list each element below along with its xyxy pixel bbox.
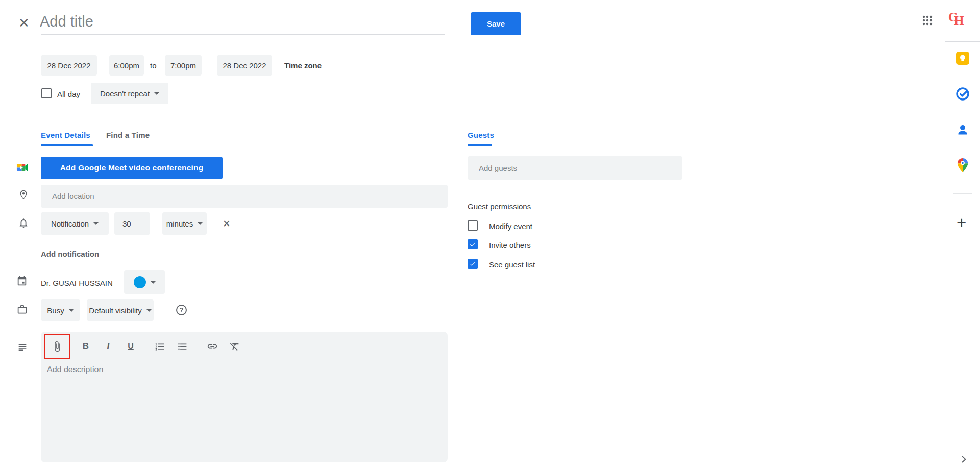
notification-unit-value: minutes — [166, 219, 193, 228]
bold-icon: B — [83, 341, 89, 352]
add-guests-input[interactable] — [468, 156, 682, 180]
location-pin-icon — [18, 189, 29, 203]
permission-label: See guest list — [489, 260, 535, 269]
chevron-down-icon — [69, 309, 74, 312]
account-logo[interactable]: CH — [948, 10, 973, 32]
busy-status-dropdown[interactable]: Busy — [41, 299, 80, 321]
timezone-button[interactable]: Time zone — [284, 61, 322, 70]
tab-guests[interactable]: Guests — [468, 131, 494, 139]
side-panel-divider — [945, 41, 945, 475]
maps-button[interactable] — [954, 157, 971, 173]
remove-notification-button[interactable]: ✕ — [219, 216, 234, 231]
start-time-chip[interactable]: 6:00pm — [109, 55, 144, 76]
permission-checkbox-see-guest-list[interactable] — [468, 259, 478, 269]
calendar-owner-name: Dr. GUSAI HUSSAIN — [41, 279, 113, 287]
end-date-chip[interactable]: 28 Dec 2022 — [217, 55, 272, 76]
add-google-meet-button[interactable]: Add Google Meet video conferencing — [41, 157, 223, 179]
remove-icon: ✕ — [223, 218, 231, 229]
apps-grid-icon — [921, 14, 934, 27]
guests-divider — [468, 146, 682, 146]
keep-button[interactable] — [954, 50, 971, 66]
chevron-down-icon — [154, 92, 159, 95]
busy-briefcase-icon — [17, 304, 28, 317]
title-underline — [41, 34, 445, 35]
location-input[interactable] — [41, 185, 448, 208]
underline-button[interactable]: U — [125, 340, 137, 353]
logo-letter-h: H — [954, 14, 964, 28]
title-input[interactable] — [40, 9, 433, 34]
end-time-value: 7:00pm — [170, 61, 196, 70]
bulleted-list-icon — [177, 341, 188, 352]
keep-icon — [955, 51, 970, 65]
tab-event-details[interactable]: Event Details — [41, 131, 90, 139]
get-add-ons-button[interactable]: + — [957, 214, 966, 231]
notification-unit-dropdown[interactable]: minutes — [162, 212, 207, 235]
description-placeholder: Add description — [47, 365, 103, 374]
clear-formatting-button[interactable] — [228, 340, 242, 353]
bold-button[interactable]: B — [80, 340, 92, 353]
notification-type-dropdown[interactable]: Notification — [41, 212, 109, 235]
chevron-right-icon — [959, 454, 969, 464]
all-day-label: All day — [57, 90, 80, 98]
attachment-button-highlighted[interactable] — [44, 334, 70, 359]
end-time-chip[interactable]: 7:00pm — [165, 55, 202, 76]
insert-link-button[interactable] — [205, 340, 219, 353]
attachment-icon — [52, 341, 63, 352]
google-meet-icon — [16, 162, 28, 176]
end-date-value: 28 Dec 2022 — [223, 61, 266, 70]
contacts-button[interactable] — [954, 121, 971, 138]
all-day-checkbox[interactable] — [41, 88, 52, 98]
description-box[interactable]: B I U Add descrip — [41, 332, 448, 462]
guests-field-container — [468, 156, 682, 180]
recurrence-dropdown[interactable]: Doesn't repeat — [91, 83, 168, 104]
permission-label: Invite others — [489, 241, 531, 249]
event-color-swatch — [134, 276, 146, 288]
description-icon — [17, 342, 28, 355]
permission-checkbox-modify-event[interactable] — [468, 220, 478, 231]
tasks-button[interactable] — [954, 86, 971, 102]
add-notification-link[interactable]: Add notification — [41, 249, 99, 258]
visibility-value: Default visibility — [89, 306, 141, 315]
to-label: to — [150, 61, 157, 70]
help-icon[interactable]: ? — [176, 305, 187, 315]
chevron-down-icon — [198, 222, 203, 225]
tab-find-a-time[interactable]: Find a Time — [106, 131, 150, 139]
event-color-dropdown[interactable] — [124, 270, 165, 294]
start-date-chip[interactable]: 28 Dec 2022 — [41, 55, 97, 76]
collapse-side-panel-button[interactable] — [955, 451, 972, 467]
tasks-icon — [955, 87, 970, 101]
save-button[interactable]: Save — [471, 12, 521, 35]
start-date-value: 28 Dec 2022 — [47, 61, 90, 70]
apps-grid-button[interactable] — [919, 12, 936, 29]
contacts-icon — [955, 122, 970, 137]
tabs-divider — [41, 146, 458, 146]
toolbar-separator — [145, 340, 145, 354]
notification-value-input[interactable]: 30 — [114, 212, 150, 235]
location-field-container — [41, 185, 448, 208]
notification-type-value: Notification — [51, 219, 89, 228]
event-editor-page: ✕ Save CH 28 Dec 2022 6:00pm to 7:00pm 2… — [0, 0, 980, 475]
visibility-dropdown[interactable]: Default visibility — [87, 299, 154, 321]
guest-permissions-title: Guest permissions — [468, 202, 531, 211]
close-icon: ✕ — [18, 15, 30, 31]
italic-button[interactable]: I — [102, 340, 114, 353]
busy-status-value: Busy — [47, 306, 64, 315]
close-button[interactable]: ✕ — [15, 14, 33, 32]
clear-formatting-icon — [229, 341, 240, 352]
start-time-value: 6:00pm — [114, 61, 139, 70]
notification-bell-icon — [18, 217, 29, 231]
side-panel-top-divider — [945, 41, 980, 42]
notification-value: 30 — [122, 219, 131, 228]
permission-label: Modify event — [489, 222, 532, 231]
permission-checkbox-invite-others[interactable] — [468, 239, 478, 249]
underline-icon: U — [128, 342, 134, 351]
numbered-list-icon — [155, 341, 165, 352]
side-panel-icon-divider — [953, 193, 972, 194]
maps-icon — [956, 158, 969, 172]
plus-icon: + — [957, 213, 966, 232]
bulleted-list-button[interactable] — [175, 340, 189, 353]
numbered-list-button[interactable] — [153, 340, 167, 353]
chevron-down-icon — [151, 281, 156, 284]
chevron-down-icon — [93, 222, 99, 225]
toolbar-separator — [198, 340, 198, 354]
